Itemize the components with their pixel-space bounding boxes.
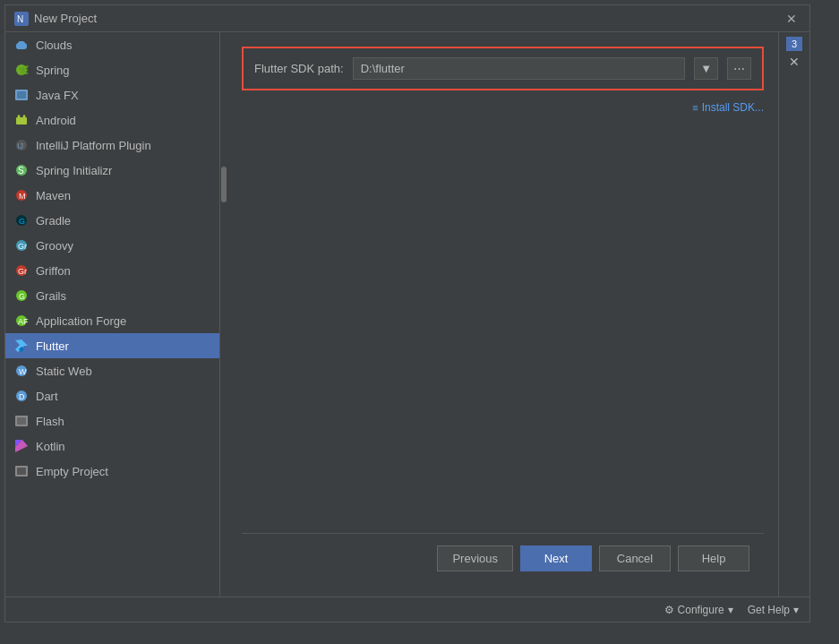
gear-icon: ⚙ [664,604,674,616]
sidebar-item-label-android: Android [36,114,76,127]
maven-icon: M [14,188,29,202]
close-button[interactable]: ✕ [783,10,800,28]
next-button[interactable]: Next [520,545,592,571]
sidebar-item-label-clouds: Clouds [36,39,72,52]
sidebar-item-intellij[interactable]: IJIntelliJ Platform Plugin [5,133,219,158]
sidebar-item-label-grails: Grails [36,289,66,303]
svg-rect-40 [17,468,26,475]
empty-icon [14,464,29,478]
svg-text:Gr: Gr [18,267,27,276]
appforge-icon: AF [14,313,29,328]
app-icon: N [14,12,29,26]
install-sdk-link[interactable]: ≡ Install SDK... [692,101,764,114]
sidebar-item-griffon[interactable]: GrGriffon [5,258,219,283]
svg-text:G: G [19,217,25,226]
sidebar-item-label-gradle: Gradle [36,214,71,228]
status-bar: ⚙ Configure ▾ Get Help ▾ [5,597,809,622]
sidebar-item-label-spring-init: Spring Initializr [36,164,112,177]
sidebar-item-label-javafx: Java FX [36,89,79,102]
sidebar-item-spring[interactable]: 🌿Spring [5,57,219,82]
sidebar-item-label-groovy: Groovy [36,239,73,253]
sidebar-item-label-maven: Maven [36,189,71,202]
svg-rect-36 [17,417,26,425]
sidebar-item-maven[interactable]: MMaven [5,183,219,208]
sidebar-item-label-flutter: Flutter [36,339,69,353]
bottom-button-bar: Previous Next Cancel Help [242,533,764,582]
sidebar-item-label-spring: Spring [36,64,70,77]
gradle-icon: G [14,213,29,228]
svg-text:AF: AF [18,317,29,326]
sidebar-item-staticweb[interactable]: WStatic Web [5,358,219,383]
sidebar-scrollbar[interactable] [220,32,227,597]
svg-rect-3 [18,41,25,47]
get-help-label[interactable]: Get Help [748,604,790,616]
sidebar-item-clouds[interactable]: Clouds [5,32,219,57]
sidebar-item-label-flash: Flash [36,415,64,428]
sidebar-item-flash[interactable]: Flash [5,408,219,434]
previous-button[interactable]: Previous [437,545,513,571]
project-type-sidebar: Clouds🌿SpringJava FXAndroidIJIntelliJ Pl… [5,32,220,597]
sidebar-item-groovy[interactable]: GrGroovy [5,233,219,258]
svg-text:M: M [19,192,26,201]
cancel-button[interactable]: Cancel [599,545,671,571]
spring-init-icon: S [14,163,29,177]
sidebar-item-label-griffon: Griffon [36,264,71,278]
svg-text:G: G [19,292,25,301]
sdk-more-button[interactable]: ⋯ [727,57,751,80]
svg-text:W: W [19,367,27,376]
svg-rect-8 [16,117,27,125]
sidebar-item-kotlin[interactable]: Kotlin [5,434,219,459]
sidebar-item-appforge[interactable]: AFApplication Forge [5,308,219,333]
sidebar-item-gradle[interactable]: GGradle [5,208,219,233]
sidebar-item-spring-init[interactable]: SSpring Initializr [5,158,219,183]
help-button[interactable]: Help [678,545,749,571]
sidebar-item-flutter[interactable]: Flutter [5,333,219,358]
sdk-path-label: Flutter SDK path: [254,62,344,75]
android-icon [14,113,29,127]
sidebar-item-grails[interactable]: GGrails [5,283,219,308]
install-sdk-icon: ≡ [692,102,698,113]
svg-text:N: N [17,14,23,24]
intellij-icon: IJ [14,138,29,152]
sidebar-item-android[interactable]: Android [5,107,219,133]
flash-icon [14,414,29,428]
sdk-path-input[interactable] [353,57,685,80]
kotlin-icon [14,439,29,453]
sidebar-item-label-appforge: Application Forge [36,314,126,328]
install-sdk-label[interactable]: Install SDK... [702,101,764,114]
staticweb-icon: W [14,364,29,378]
notification-badge: 3 [786,37,802,51]
sdk-dropdown-button[interactable]: ▼ [694,57,718,80]
clouds-icon [14,38,29,52]
window-title: New Project [34,12,97,25]
get-help-item[interactable]: Get Help ▾ [748,604,799,616]
configure-label[interactable]: Configure [678,604,724,616]
main-content-area [242,121,764,533]
sidebar-item-label-intellij: IntelliJ Platform Plugin [36,139,151,152]
sdk-path-box: Flutter SDK path: ▼ ⋯ [242,47,764,90]
spring-icon: 🌿 [14,63,29,77]
sidebar-item-label-dart: Dart [36,390,58,403]
right-close-icon[interactable]: ✕ [789,55,800,69]
sidebar-item-dart[interactable]: DDart [5,383,219,408]
grails-icon: G [14,288,29,303]
javafx-icon [14,88,29,102]
sidebar-item-label-empty: Empty Project [36,465,108,478]
configure-item[interactable]: ⚙ Configure ▾ [664,604,733,616]
sidebar-item-label-staticweb: Static Web [36,365,92,378]
svg-text:D: D [19,392,25,401]
right-panel: 3 ✕ [778,32,809,597]
griffon-icon: Gr [14,263,29,278]
sidebar-item-label-kotlin: Kotlin [36,440,65,453]
groovy-icon: Gr [14,238,29,253]
svg-text:IJ: IJ [17,142,23,150]
svg-text:🌿: 🌿 [18,64,29,76]
title-bar: N New Project ✕ [5,5,809,32]
sidebar-item-empty[interactable]: Empty Project [5,459,219,484]
flutter-icon [14,339,29,353]
sidebar-item-javafx[interactable]: Java FX [5,82,219,107]
dart-icon: D [14,389,29,403]
get-help-dropdown-icon: ▾ [793,604,799,616]
title-bar-left: N New Project [14,12,97,26]
svg-text:S: S [18,166,24,176]
